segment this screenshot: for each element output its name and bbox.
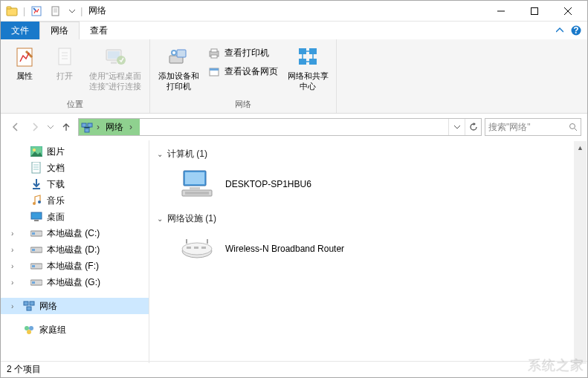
close-button[interactable]: [551, 1, 584, 22]
crumb-network[interactable]: 网络: [103, 121, 126, 134]
item-router[interactable]: Wireless-N Broadband Router: [157, 231, 580, 274]
network-icon: [80, 121, 94, 133]
rdp-button[interactable]: 使用"远程桌面连接"进行连接: [87, 42, 143, 94]
collapse-ribbon-icon[interactable]: [556, 27, 563, 34]
svg-rect-18: [211, 49, 217, 52]
tree-item-drive-g[interactable]: ›本地磁盘 (G:): [1, 274, 149, 290]
svg-rect-26: [82, 123, 86, 127]
maximize-button[interactable]: [517, 1, 551, 22]
qat-dropdown-icon[interactable]: [67, 3, 77, 19]
scroll-up-icon[interactable]: ▲: [574, 141, 587, 154]
svg-rect-27: [88, 123, 92, 127]
chevron-down-icon: ⌄: [157, 215, 163, 223]
add-device-icon: [167, 45, 190, 69]
tree-label: 桌面: [47, 211, 65, 224]
back-button[interactable]: [7, 118, 25, 136]
content-pane[interactable]: ⌄ 计算机 (1) DESKTOP-SP1HBU6 ⌄ 网络设施 (1) Wir…: [149, 140, 587, 363]
open-button[interactable]: 打开: [47, 42, 83, 84]
ribbon-group-location: 属性 打开 使用"远程桌面连接"进行连接 位置: [1, 39, 150, 113]
tab-view[interactable]: 查看: [80, 22, 118, 39]
drive-icon: [30, 244, 42, 255]
add-device-button[interactable]: 添加设备和打印机: [156, 42, 201, 94]
network-icon: [23, 300, 35, 312]
tree-item-network[interactable]: ›网络: [1, 298, 149, 314]
view-printers-button[interactable]: 查看打印机: [205, 45, 281, 61]
svg-point-12: [117, 56, 126, 65]
explorer-icon[interactable]: [4, 3, 20, 19]
navigation-tree[interactable]: 图片 文档 下载 音乐 桌面 ›本地磁盘 (C:) ›本地磁盘 (D:) ›本地…: [1, 140, 149, 363]
tree-label: 图片: [47, 146, 65, 158]
drive-icon: [30, 260, 42, 272]
item-computer[interactable]: DESKTOP-SP1HBU6: [157, 166, 580, 209]
drive-icon: [30, 227, 42, 239]
svg-rect-35: [31, 212, 42, 219]
tree-label: 文档: [47, 162, 65, 175]
ribbon-body: 属性 打开 使用"远程桌面连接"进行连接 位置 添加设备和打印机 查看打印机: [1, 39, 587, 114]
address-dropdown-button[interactable]: [448, 119, 465, 135]
recent-dropdown-button[interactable]: [45, 118, 56, 136]
rdp-icon: [103, 45, 127, 69]
view-device-page-button[interactable]: 查看设备网页: [205, 64, 281, 79]
tree-item-homegroup[interactable]: 家庭组: [1, 322, 149, 338]
group-infrastructure[interactable]: ⌄ 网络设施 (1): [157, 209, 580, 231]
scrollbar[interactable]: ▲: [574, 141, 587, 364]
svg-rect-44: [32, 281, 35, 284]
tree-label: 家庭组: [39, 324, 66, 336]
open-label: 打开: [56, 71, 73, 81]
tree-label: 音乐: [47, 195, 65, 207]
search-input[interactable]: 搜索"网络": [485, 118, 581, 136]
chevron-right-icon[interactable]: ›: [11, 302, 20, 310]
network-center-label: 网络和共享中心: [287, 71, 329, 91]
item-computer-label: DESKTOP-SP1HBU6: [225, 179, 311, 189]
chevron-right-icon[interactable]: ›: [11, 278, 20, 287]
svg-rect-22: [299, 48, 306, 54]
svg-point-33: [33, 202, 36, 205]
tree-item-drive-d[interactable]: ›本地磁盘 (D:): [1, 241, 149, 258]
item-router-label: Wireless-N Broadband Router: [225, 244, 344, 254]
picture-icon: [30, 146, 42, 157]
forward-button[interactable]: [26, 118, 44, 136]
navigation-bar: › 网络 › 搜索"网络": [1, 114, 587, 140]
svg-rect-8: [59, 48, 71, 65]
search-placeholder: 搜索"网络": [488, 121, 566, 134]
crumb-chevron-icon[interactable]: ›: [94, 122, 103, 132]
help-icon[interactable]: ?: [571, 25, 581, 36]
properties-button[interactable]: 属性: [7, 42, 42, 84]
svg-point-16: [172, 51, 175, 54]
svg-rect-55: [185, 192, 209, 195]
properties-qat-icon[interactable]: [28, 3, 45, 19]
group-location-label: 位置: [67, 97, 83, 111]
chevron-right-icon[interactable]: ›: [11, 246, 20, 254]
drive-icon: [30, 276, 42, 288]
group-network-label: 网络: [235, 97, 251, 111]
svg-rect-59: [194, 247, 198, 249]
minimize-button[interactable]: [484, 1, 517, 22]
tab-network[interactable]: 网络: [39, 22, 80, 39]
tree-item-pictures[interactable]: 图片: [1, 143, 149, 160]
tree-item-drive-c[interactable]: ›本地磁盘 (C:): [1, 225, 149, 241]
tree-item-music[interactable]: 音乐: [1, 192, 149, 209]
address-bar[interactable]: › 网络 ›: [78, 118, 482, 136]
svg-rect-25: [309, 59, 317, 65]
view-device-page-label: 查看设备网页: [224, 65, 278, 78]
tree-label: 本地磁盘 (F:): [47, 260, 99, 273]
up-button[interactable]: [57, 118, 75, 136]
tree-item-downloads[interactable]: 下载: [1, 176, 149, 192]
chevron-right-icon[interactable]: ›: [11, 262, 20, 270]
crumb-chevron-icon-2[interactable]: ›: [126, 122, 135, 132]
group-computers[interactable]: ⌄ 计算机 (1): [157, 145, 580, 166]
svg-rect-40: [32, 249, 35, 251]
tree-item-drive-f[interactable]: ›本地磁盘 (F:): [1, 258, 149, 274]
chevron-right-icon[interactable]: ›: [11, 229, 20, 238]
tree-item-desktop[interactable]: 桌面: [1, 209, 149, 225]
tab-file[interactable]: 文件: [1, 22, 39, 39]
network-center-button[interactable]: 网络和共享中心: [285, 42, 330, 94]
new-qat-icon[interactable]: [48, 3, 64, 19]
status-bar: 2 个项目: [1, 361, 587, 377]
tree-item-documents[interactable]: 文档: [1, 160, 149, 176]
svg-rect-38: [32, 232, 35, 235]
svg-rect-14: [177, 50, 186, 57]
refresh-button[interactable]: [465, 119, 481, 135]
svg-rect-52: [185, 172, 204, 184]
homegroup-icon: [23, 324, 35, 336]
